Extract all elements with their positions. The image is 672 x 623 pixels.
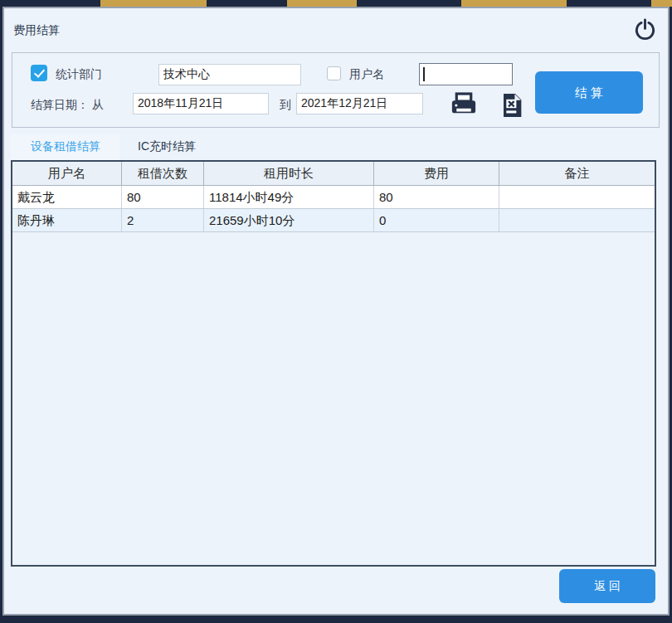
close-power-button[interactable] — [631, 15, 658, 43]
username-input[interactable] — [419, 63, 513, 85]
settlement-table: 用户名 租借次数 租用时长 费用 备注 戴云龙 80 11814小时49分 80… — [11, 160, 656, 567]
tab-bar: 设备租借结算 IC充时结算 — [11, 134, 213, 160]
tab-equipment-rental-settlement[interactable]: 设备租借结算 — [11, 134, 120, 160]
cell-remark — [499, 186, 655, 208]
table-row[interactable]: 陈丹琳 2 21659小时10分 0 — [12, 209, 655, 232]
col-header-fee: 费用 — [374, 162, 499, 185]
power-icon — [634, 17, 656, 41]
export-excel-button[interactable] — [494, 90, 529, 120]
cell-remark — [499, 209, 655, 231]
cell-fee: 0 — [374, 209, 499, 231]
backdrop-tab-fragment — [100, 0, 207, 7]
table-row[interactable]: 戴云龙 80 11814小时49分 80 — [12, 186, 655, 209]
cell-duration: 21659小时10分 — [204, 209, 374, 231]
col-header-rent-count: 租借次数 — [122, 162, 204, 185]
settle-button[interactable]: 结 算 — [535, 71, 643, 114]
tab-ic-recharge-settlement[interactable]: IC充时结算 — [120, 134, 213, 160]
username-checkbox-label: 用户名 — [349, 67, 384, 82]
backdrop-tab-fragment — [651, 0, 672, 7]
cell-rent-count: 80 — [122, 186, 204, 208]
backdrop-tab-fragment — [287, 0, 357, 7]
col-header-username: 用户名 — [12, 162, 122, 185]
date-from-input[interactable] — [133, 93, 269, 114]
cell-fee: 80 — [374, 186, 499, 208]
fee-settlement-dialog: 费用结算 统计部门 用户名 结算日期： 从 到 — [2, 7, 670, 616]
date-range-label: 结算日期： 从 — [31, 98, 104, 113]
cell-username: 戴云龙 — [12, 186, 122, 208]
excel-export-icon — [499, 91, 525, 119]
cell-rent-count: 2 — [122, 209, 204, 231]
date-to-label: 到 — [280, 98, 291, 113]
cell-duration: 11814小时49分 — [204, 186, 374, 208]
dept-checkbox-label: 统计部门 — [56, 67, 102, 82]
app-backdrop: 费用结算 统计部门 用户名 结算日期： 从 到 — [0, 0, 672, 623]
col-header-duration: 租用时长 — [204, 162, 374, 185]
cell-username: 陈丹琳 — [12, 209, 122, 231]
print-button[interactable] — [446, 90, 481, 120]
backdrop-tab-fragment — [461, 0, 567, 7]
username-checkbox[interactable] — [327, 66, 341, 80]
text-caret — [423, 67, 425, 81]
filter-panel: 统计部门 用户名 结算日期： 从 到 — [12, 52, 660, 128]
printer-icon — [449, 92, 479, 119]
table-header-row: 用户名 租借次数 租用时长 费用 备注 — [12, 162, 655, 186]
back-button[interactable]: 返 回 — [559, 569, 655, 603]
dept-checkbox[interactable] — [31, 65, 47, 81]
date-to-input[interactable] — [296, 93, 423, 114]
dialog-title: 费用结算 — [13, 23, 60, 38]
col-header-remark: 备注 — [499, 162, 655, 185]
dept-input[interactable] — [158, 64, 301, 85]
